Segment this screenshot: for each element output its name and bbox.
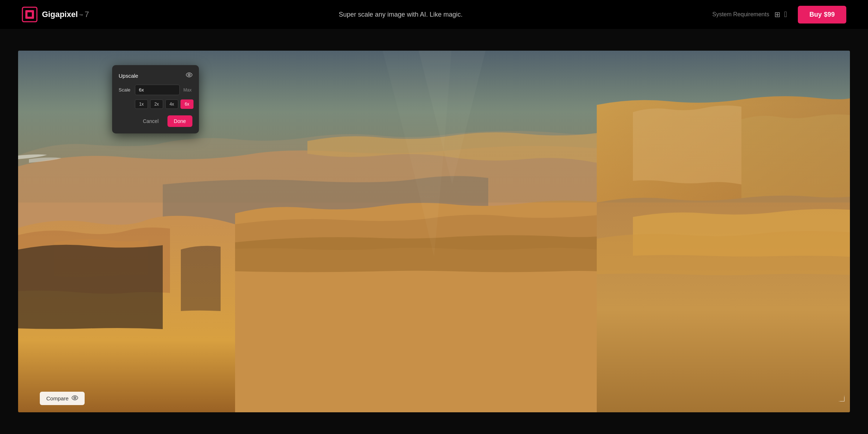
system-requirements-area: System Requirements ⊞  — [712, 10, 787, 19]
eye-icon[interactable] — [186, 72, 192, 79]
system-requirements-label[interactable]: System Requirements — [712, 11, 769, 18]
compare-eye-icon — [72, 395, 78, 401]
scale-1x-button[interactable]: 1x — [135, 99, 148, 109]
max-label: Max — [183, 88, 192, 93]
logo-version: 7 — [85, 10, 89, 19]
os-icons: ⊞  — [774, 10, 787, 19]
scale-6x-button[interactable]: 6x — [180, 99, 193, 109]
scale-buttons: 1x 2x 4x 6x — [119, 99, 192, 109]
nav-center: Super scale any image with AI. Like magi… — [89, 11, 712, 18]
compare-button[interactable]: Compare — [40, 392, 85, 405]
logo-icon — [22, 7, 38, 22]
buy-price: $99 — [824, 11, 835, 18]
windows-icon: ⊞ — [774, 10, 780, 19]
logo-name: Gigapixel — [42, 10, 78, 19]
scale-2x-button[interactable]: 2x — [150, 99, 163, 109]
svg-point-6 — [189, 75, 190, 75]
compare-label: Compare — [46, 395, 69, 401]
tagline: Super scale any image with AI. Like magi… — [339, 11, 463, 18]
svg-point-8 — [75, 397, 75, 398]
dialog-actions: Cancel Done — [119, 115, 192, 127]
scale-label: Scale — [119, 87, 131, 93]
main-area: Upscale Scale Max 1x 2x 4x 6x — [0, 29, 868, 434]
buy-label: Buy — [809, 11, 822, 18]
resize-handle[interactable] — [837, 393, 844, 403]
apple-icon:  — [784, 10, 787, 19]
logo-area: Gigapixel ™ 7 — [22, 7, 89, 22]
dialog-title: Upscale — [119, 73, 138, 79]
upscale-dialog: Upscale Scale Max 1x 2x 4x 6x — [112, 65, 199, 133]
done-button[interactable]: Done — [167, 115, 192, 127]
cancel-button[interactable]: Cancel — [138, 115, 164, 127]
logo-text: Gigapixel ™ 7 — [42, 10, 89, 19]
dialog-header: Upscale — [119, 72, 192, 79]
scale-row: Scale Max — [119, 85, 192, 95]
scale-input-container — [135, 85, 180, 95]
scale-input[interactable] — [135, 85, 180, 95]
svg-rect-2 — [27, 12, 32, 17]
scale-4x-button[interactable]: 4x — [165, 99, 178, 109]
nav-right: System Requirements ⊞  Buy $99 — [712, 6, 847, 24]
navbar: Gigapixel ™ 7 Super scale any image with… — [0, 0, 868, 29]
trademark: ™ — [79, 13, 83, 18]
buy-button[interactable]: Buy $99 — [798, 6, 846, 24]
